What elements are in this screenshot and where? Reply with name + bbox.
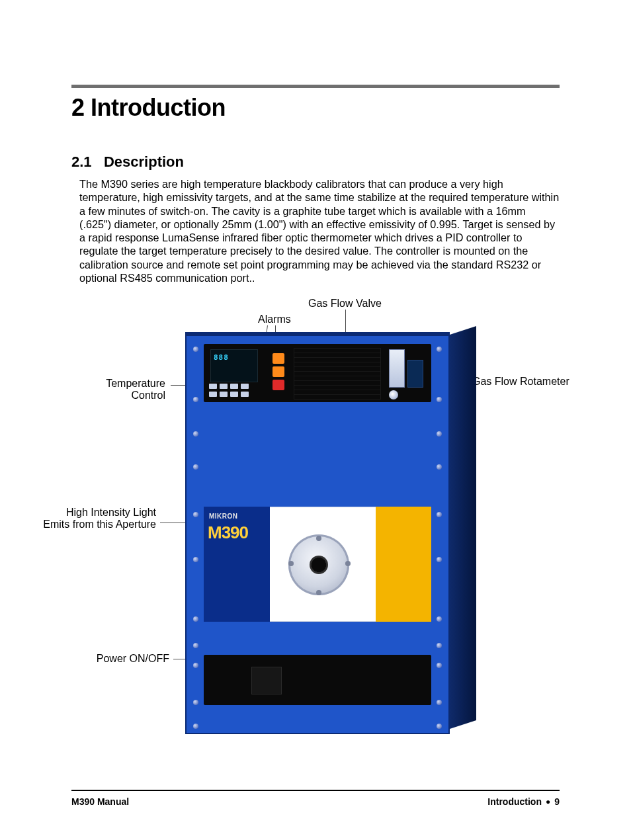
- model-label: M390: [208, 524, 248, 541]
- footer-page-number: 9: [554, 796, 560, 807]
- power-switch-icon: [251, 667, 282, 694]
- device-cabinet: 888: [185, 332, 450, 734]
- aperture-panel: MIKRON M390: [204, 507, 431, 622]
- keypad-button-icon: [209, 392, 217, 397]
- screw-icon: [437, 464, 442, 470]
- screw-icon: [437, 431, 442, 437]
- screw-icon: [193, 512, 198, 517]
- keypad-button-icon: [241, 392, 249, 397]
- gas-gauge-icon: [407, 360, 423, 388]
- alarm-button-orange-icon: [273, 366, 284, 377]
- device-figure: Gas Flow Valve Alarms Temperature Contro…: [0, 291, 631, 767]
- bolt-icon: [288, 561, 294, 566]
- control-panel: 888: [204, 344, 431, 402]
- callout-temperature-control: Temperature Control: [42, 378, 165, 402]
- callout-gas-flow-rotameter: Gas Flow Rotameter: [472, 376, 569, 388]
- section-title: Description: [104, 153, 184, 170]
- callout-aperture: High Intensity Light Emits from this Ape…: [33, 507, 156, 531]
- chapter-heading: 2 Introduction: [71, 94, 226, 122]
- keypad-button-icon: [241, 384, 249, 389]
- footer-right: Introduction ● 9: [487, 796, 560, 807]
- callout-text: Temperature: [106, 378, 165, 389]
- heading-rule: [71, 85, 560, 88]
- screw-icon: [193, 616, 198, 622]
- bolt-icon: [316, 536, 321, 541]
- callout-text: High Intensity Light: [66, 507, 156, 518]
- aperture-hole-icon: [310, 556, 328, 574]
- keypad-button-icon: [220, 392, 228, 397]
- callout-power: Power ON/OFF: [37, 653, 169, 665]
- screw-icon: [193, 397, 198, 402]
- bolt-icon: [345, 561, 351, 566]
- section-number: 2.1: [71, 153, 92, 170]
- section-body: The M390 series are high temperature bla…: [79, 177, 560, 284]
- cabinet-front: 888: [185, 332, 450, 734]
- screw-icon: [437, 397, 442, 402]
- footer-left: M390 Manual: [71, 796, 129, 807]
- callout-gas-flow-valve: Gas Flow Valve: [308, 298, 382, 310]
- footer-rule: [71, 790, 560, 791]
- screw-icon: [437, 663, 442, 668]
- bolt-icon: [316, 590, 321, 595]
- callout-alarms: Alarms: [258, 314, 291, 325]
- keypad-button-icon: [220, 384, 228, 389]
- screw-icon: [437, 512, 442, 517]
- alarm-button-orange-icon: [273, 353, 284, 364]
- callout-text: Control: [131, 390, 165, 401]
- callout-text: Emits from this Aperture: [43, 519, 156, 530]
- section-heading: 2.1 Description: [71, 153, 184, 171]
- display-digits-icon: 888: [214, 354, 229, 361]
- bullet-icon: ●: [546, 797, 550, 806]
- screw-icon: [437, 643, 442, 648]
- temperature-display: 888: [210, 349, 258, 382]
- alarm-button-red-icon: [273, 380, 284, 390]
- screw-icon: [437, 724, 442, 729]
- screw-icon: [193, 347, 198, 352]
- cabinet-top-strip: [185, 332, 450, 336]
- power-panel: [204, 655, 431, 705]
- warning-stripe-icon: [376, 507, 431, 622]
- screw-icon: [193, 643, 198, 648]
- footer-section: Introduction: [487, 796, 542, 807]
- screw-icon: [437, 616, 442, 622]
- keypad-button-icon: [230, 384, 238, 389]
- gas-valve-knob-icon: [389, 390, 398, 399]
- keypad-button-icon: [230, 392, 238, 397]
- screw-icon: [193, 464, 198, 470]
- screw-icon: [437, 557, 442, 562]
- screw-icon: [437, 347, 442, 352]
- brand-label: MIKRON: [209, 513, 238, 520]
- instruction-label-icon: [294, 348, 381, 399]
- brand-panel: MIKRON M390: [204, 507, 270, 622]
- screw-icon: [193, 724, 198, 729]
- screw-icon: [193, 557, 198, 562]
- screw-icon: [193, 700, 198, 705]
- rotameter-icon: [389, 349, 405, 388]
- screw-icon: [193, 431, 198, 437]
- cabinet-side: [450, 326, 476, 729]
- screw-icon: [193, 663, 198, 668]
- keypad-button-icon: [209, 384, 217, 389]
- screw-icon: [437, 700, 442, 705]
